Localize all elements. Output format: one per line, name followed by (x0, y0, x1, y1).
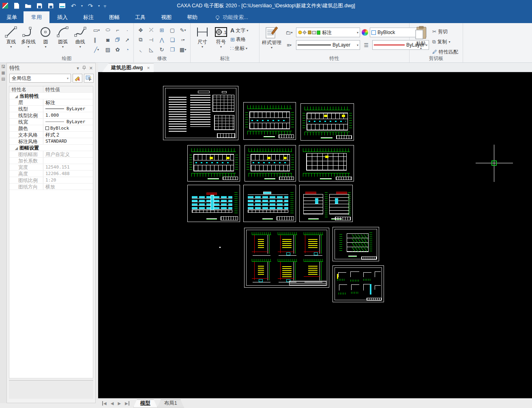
tab-frame[interactable]: 图幅 (101, 11, 127, 23)
linetype-combobox[interactable]: ByLayer ▾ (296, 40, 360, 50)
cut-button[interactable]: ✂ 剪切 (432, 27, 458, 36)
prop-row-color[interactable]: 颜色 ByBlock (9, 125, 93, 132)
tab-insert[interactable]: 插入 (49, 11, 75, 23)
open-file-icon[interactable] (24, 2, 32, 9)
panel-pin-icon[interactable] (82, 66, 86, 71)
print-icon[interactable] (58, 2, 66, 9)
spline-button[interactable]: 曲线▾ (71, 25, 89, 56)
text-button[interactable]: A 文字▾ (230, 26, 248, 34)
sheet-elevation-rear[interactable] (243, 185, 296, 222)
panel-close-icon[interactable]: ✕ (89, 66, 93, 71)
group-frame-settings[interactable]: ◢图幅设置 (9, 145, 93, 151)
gear-icon[interactable]: ✿ (113, 45, 122, 54)
move-icon[interactable]: ✥ (136, 26, 145, 34)
app-icon[interactable] (2, 2, 9, 9)
tab-view[interactable]: 视图 (153, 11, 179, 23)
paste-button[interactable]: 粘贴▾ (412, 25, 430, 56)
new-file-icon[interactable] (13, 2, 20, 9)
erase-icon[interactable]: ✎▾ (178, 26, 187, 34)
linetype-tool-icon[interactable]: ≡▾ (284, 41, 294, 49)
rotate-icon[interactable]: ↻ (157, 45, 166, 54)
stretch-icon[interactable]: ▢ (168, 26, 177, 34)
undo-icon[interactable]: ↶ (70, 2, 77, 9)
undo-dropdown-caret[interactable]: ▾ (81, 4, 83, 8)
point-icon[interactable]: · (123, 26, 132, 34)
sheet-eave-details[interactable] (332, 265, 384, 302)
select-objects-button[interactable] (84, 74, 94, 83)
scale-icon[interactable]: ❏ (168, 35, 177, 44)
scope-combobox[interactable]: 全局信息 ▾ (9, 74, 71, 83)
hatch-edit-icon[interactable]: ▩▾ (178, 45, 187, 54)
copy-button[interactable]: ⧉ 复制▾ (432, 37, 458, 46)
prop-row-dim-style[interactable]: 标注风格 STANDARD (9, 138, 93, 145)
first-sheet-icon[interactable]: ◀ (102, 401, 107, 406)
redo-dropdown-caret[interactable]: ▾ (98, 4, 100, 8)
prop-row-text-style[interactable]: 文本风格 样式 2 (9, 132, 93, 138)
offset-icon[interactable]: ▫▾ (178, 35, 187, 44)
tab-common[interactable]: 常用 (24, 11, 49, 23)
layer-combobox[interactable]: 标注 ▾ (296, 28, 360, 37)
prop-row-lineweight[interactable]: 线宽 ByLayer (9, 119, 93, 125)
function-search[interactable]: 功能搜索... (216, 11, 248, 23)
prop-row-linetype-scale[interactable]: 线型比例 1.000 (9, 112, 93, 119)
sheet-floor-plan-1[interactable] (243, 102, 296, 140)
block-icon[interactable]: 🗇 (113, 35, 122, 44)
extend-icon[interactable]: ⊣ (147, 35, 156, 44)
sheet-building-section[interactable] (332, 227, 379, 261)
arc-button[interactable]: 圆弧▾ (54, 25, 72, 56)
prev-sheet-icon[interactable]: ◀ (111, 401, 114, 406)
pick-arrow-icon[interactable]: ➚ (123, 35, 132, 44)
circle-button[interactable]: 圆▾ (37, 25, 54, 56)
sheet-stair-details[interactable] (244, 228, 329, 288)
rectangle-icon[interactable]: ▭ ▾ (90, 26, 103, 34)
array-icon[interactable]: ⊞ (157, 26, 166, 34)
sheet-elevation-front[interactable] (187, 185, 240, 222)
redo-icon[interactable]: ↷ (87, 2, 94, 9)
mirror-icon[interactable]: ⋀ (157, 35, 166, 44)
drawing-canvas[interactable] (98, 72, 532, 398)
prop-row-layer[interactable]: 层 标注 (9, 99, 93, 106)
tab-annotate[interactable]: 标注 (75, 11, 101, 23)
symbol-button[interactable]: .1 符号▾ (212, 25, 230, 56)
library-palette-tab-icon[interactable]: ▦ (1, 70, 5, 75)
contour-icon[interactable]: ◙ (103, 35, 112, 44)
ellipse-icon[interactable]: ⬭ (103, 26, 112, 34)
polygon-icon[interactable]: ⌐ (113, 26, 122, 34)
polyline-button[interactable]: 多段线▾ (20, 25, 37, 56)
save-as-icon[interactable] (47, 2, 54, 9)
sheet-floor-plan-3[interactable] (187, 145, 240, 182)
group-current-properties[interactable]: ◢当前特性 (9, 93, 93, 99)
table-button[interactable]: ⊞ 表格 (230, 35, 248, 43)
lineweight-tool-icon[interactable]: ☰ (362, 41, 371, 49)
3d-rotate-icon[interactable]: ❒ (168, 45, 177, 54)
hatch-icon[interactable]: ▨ (103, 45, 112, 54)
coordinate-button[interactable]: ⸬ 坐标▾ (230, 44, 248, 52)
next-sheet-icon[interactable]: ▶ (118, 401, 121, 406)
sheet-floor-plan-2[interactable] (300, 103, 354, 141)
panel-dropdown-icon[interactable]: ▾ (77, 66, 79, 71)
chamfer-icon[interactable]: ◺ (147, 45, 156, 54)
customize-toolbar-icon[interactable]: ╤ (104, 4, 106, 8)
style-manager-button[interactable]: 样式管理▾ (262, 25, 281, 56)
prop-row-linetype[interactable]: 线型 ByLayer (9, 106, 93, 112)
dimension-button[interactable]: 尺寸▾ (193, 25, 212, 56)
document-tab-close-icon[interactable]: × (147, 65, 150, 71)
color-wheel-icon[interactable] (362, 29, 368, 36)
sheet-roof-plan[interactable] (299, 145, 354, 182)
properties-palette-tab-icon[interactable]: 🖫 (1, 64, 5, 69)
tab-help[interactable]: 帮助 (179, 11, 205, 23)
parallel-line-icon[interactable]: ∥ (90, 35, 99, 44)
construction-line-icon[interactable]: ╱ ▾ (90, 45, 103, 54)
clear-edit-button[interactable]: x (73, 74, 82, 83)
sheet-design-notes[interactable] (163, 86, 238, 140)
layer-tool-icon[interactable]: 🗀▾ (284, 28, 294, 37)
trim-icon[interactable]: ⤫ (147, 26, 156, 34)
sheet-floor-plan-4[interactable] (245, 145, 296, 182)
save-icon[interactable] (36, 2, 43, 9)
tab-tools[interactable]: 工具 (127, 11, 153, 23)
tab-layout1[interactable]: 布局1 (157, 399, 184, 408)
line-button[interactable]: 直线▾ (2, 25, 20, 56)
sheet-palette-tab-icon[interactable]: ▤ (1, 77, 5, 81)
sheet-elevation-sides[interactable] (299, 185, 353, 222)
tab-model[interactable]: 模型 (133, 399, 157, 408)
